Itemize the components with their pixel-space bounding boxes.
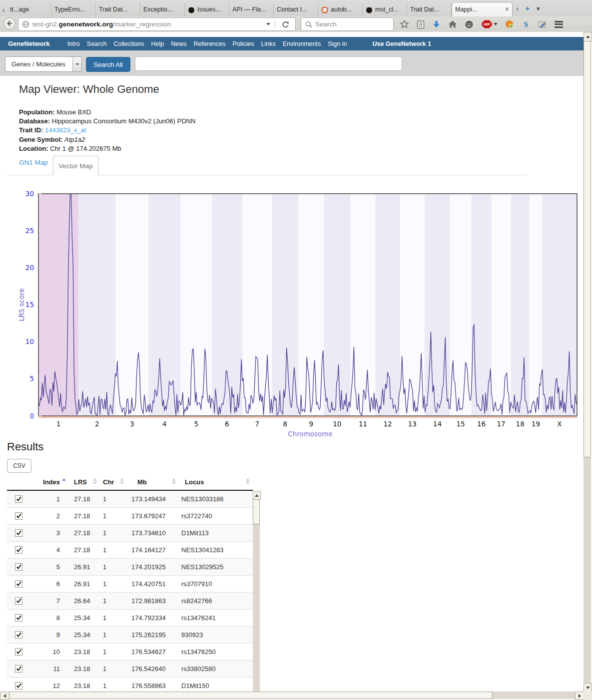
tab-gn1-map[interactable]: GN1 Map [19, 159, 48, 166]
list-all-tabs-icon[interactable]: ▾ [537, 4, 540, 12]
search-query-input[interactable] [135, 56, 402, 71]
genenetwork-brand[interactable]: GeneNetwork [8, 40, 50, 47]
tab-label: Issues... [197, 3, 221, 16]
column-header-mb[interactable]: Mb [137, 478, 147, 486]
browser-tab[interactable]: autob... [318, 3, 363, 16]
adblock-plus-icon[interactable]: ABP [481, 19, 498, 29]
table-scroll-up-icon[interactable] [253, 491, 261, 500]
cell-lrs: 23.18 [74, 682, 90, 690]
url-bar[interactable]: test-gn2.genenetwork.org/marker_regressi… [18, 17, 296, 31]
column-header-lrs[interactable]: LRS [74, 478, 87, 486]
column-header-index[interactable]: Index [36, 478, 60, 486]
url-dropdown-caret-icon[interactable] [266, 23, 270, 25]
sort-arrows-mb-icon[interactable] [172, 478, 176, 484]
select-caret-icon[interactable] [72, 57, 81, 71]
browser-tab[interactable]: Contact I... [274, 3, 318, 16]
nav-link-news[interactable]: News [167, 40, 190, 47]
nav-link-policies[interactable]: Policies [229, 40, 258, 47]
browser-tab[interactable]: Trait Dat... [96, 3, 140, 16]
column-header-locus[interactable]: Locus [185, 478, 204, 486]
sort-arrows-index-icon[interactable] [62, 478, 66, 481]
browser-tab[interactable]: Exceptio... [140, 3, 185, 16]
downloads-icon[interactable] [432, 20, 441, 29]
row-checkbox[interactable] [15, 529, 22, 537]
trait-id-link[interactable]: 1443823_s_at [45, 126, 86, 134]
row-checkbox[interactable] [15, 580, 22, 588]
column-header-chr[interactable]: Chr [103, 478, 114, 486]
svg-text:17: 17 [497, 420, 506, 428]
nav-link-environments[interactable]: Environments [279, 40, 324, 47]
tab-close-icon[interactable]: × [505, 2, 509, 16]
nav-link-search[interactable]: Search [83, 40, 110, 47]
browser-tab[interactable]: Issues... [185, 3, 229, 16]
row-checkbox[interactable] [15, 512, 22, 520]
scroll-tabs-left-icon[interactable]: ‹ [0, 3, 7, 16]
row-checkbox[interactable] [15, 631, 22, 639]
tab-label: TypeErro... [54, 3, 85, 16]
browser-tab-bar: ‹ tt...ageTypeErro...Trait Dat...Excepti… [0, 0, 592, 16]
browser-tab-active[interactable]: Mappi...× [452, 2, 513, 16]
page-horizontal-scrollbar[interactable] [0, 692, 584, 700]
row-checkbox[interactable] [15, 495, 22, 503]
sort-arrows-lrs-icon[interactable] [93, 478, 97, 484]
nav-link-sign-in[interactable]: Sign in [324, 40, 350, 47]
menu-icon[interactable] [555, 19, 563, 29]
reload-icon[interactable] [281, 20, 289, 28]
use-genenetwork1-link[interactable]: Use GeneNetwork 1 [372, 40, 431, 47]
row-checkbox[interactable] [15, 665, 22, 673]
page-scroll-thumb[interactable] [584, 41, 591, 457]
row-checkbox[interactable] [15, 546, 22, 554]
table-row: 327.181173.734610D1Mit113 [7, 525, 253, 542]
csv-export-button[interactable]: CSV [7, 459, 31, 473]
page-scroll-up-icon[interactable] [584, 32, 592, 41]
row-checkbox[interactable] [15, 682, 22, 690]
tab-label: Mappi... [455, 3, 477, 16]
nav-link-intro[interactable]: Intro [64, 40, 83, 47]
cell-chr: 1 [103, 512, 106, 520]
page-vertical-scrollbar[interactable] [584, 32, 592, 692]
reading-list-icon[interactable] [417, 20, 425, 29]
browser-tab[interactable]: API — Fla... [229, 3, 274, 16]
back-button[interactable] [3, 17, 16, 32]
site-identity-globe-icon[interactable] [22, 20, 29, 28]
skype-icon[interactable]: S [522, 20, 531, 29]
tab-label: Trait Dat... [99, 3, 128, 16]
sort-arrows-locus-icon[interactable] [246, 478, 250, 484]
results-table-body: 127.181173.149434NES13033186227.181173.6… [7, 491, 253, 692]
genome-lrs-chart: 0510152025301234567891011121314151617181… [0, 188, 584, 442]
row-checkbox[interactable] [15, 648, 22, 656]
row-checkbox[interactable] [15, 563, 22, 571]
browser-tab[interactable]: TypeErro... [51, 3, 96, 16]
svg-text:30: 30 [25, 190, 34, 198]
table-scroll-thumb[interactable] [253, 499, 260, 524]
nav-link-help[interactable]: Help [148, 40, 168, 47]
page-hscroll-thumb[interactable] [9, 692, 493, 699]
tab-vector-map[interactable]: Vector Map [53, 156, 98, 176]
cell-mb: 174.792334 [131, 614, 166, 622]
row-checkbox[interactable] [15, 597, 22, 605]
browser-tab[interactable]: Trait Dat... [407, 3, 452, 16]
table-vertical-scrollbar[interactable] [253, 491, 261, 692]
page-scroll-left-icon[interactable] [0, 692, 9, 700]
tab-overflow-icon[interactable]: › [516, 4, 519, 12]
nav-link-links[interactable]: Links [258, 40, 279, 47]
svg-text:S: S [524, 21, 528, 28]
browser-tab[interactable]: mst_cl... [363, 3, 407, 16]
nav-link-collections[interactable]: Collections [110, 40, 147, 47]
home-icon[interactable] [448, 20, 457, 28]
nav-link-references[interactable]: References [190, 40, 229, 47]
scrapbook-edit-icon[interactable] [538, 20, 547, 29]
search-category-select[interactable]: Genes / Molecules [5, 56, 82, 72]
svg-text:4: 4 [162, 420, 167, 428]
browser-tab[interactable]: tt...age [7, 3, 51, 16]
search-all-button[interactable]: Search All [86, 57, 130, 72]
browser-search-field[interactable]: Search [301, 17, 394, 31]
svg-text:15: 15 [457, 420, 465, 428]
new-tab-button[interactable]: + [526, 4, 530, 12]
bookmark-star-icon[interactable] [400, 19, 409, 29]
chat-icon[interactable] [465, 20, 474, 29]
proxy-icon[interactable] [505, 20, 514, 29]
row-checkbox[interactable] [15, 614, 22, 622]
sort-arrows-chr-icon[interactable] [120, 478, 124, 484]
cell-locus: D1Mit150 [181, 682, 209, 690]
